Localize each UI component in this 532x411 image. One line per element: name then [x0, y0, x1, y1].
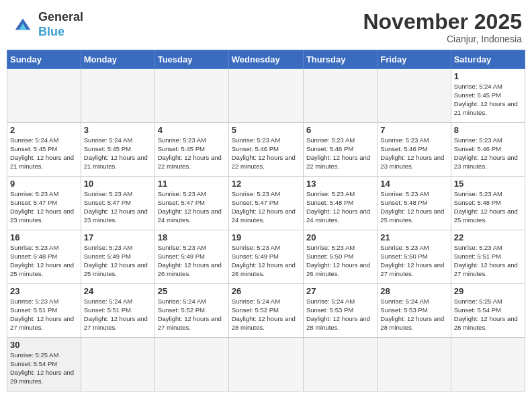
day-info: Sunrise: 5:24 AMSunset: 5:45 PMDaylight:… [454, 83, 522, 117]
day-info: Sunrise: 5:25 AMSunset: 5:54 PMDaylight:… [454, 298, 522, 332]
day-info: Sunrise: 5:23 AMSunset: 5:47 PMDaylight:… [232, 190, 300, 224]
day-number: 16 [10, 232, 78, 242]
calendar-cell [378, 69, 451, 123]
calendar-cell [228, 69, 303, 123]
day-number: 3 [84, 125, 152, 135]
day-info: Sunrise: 5:24 AMSunset: 5:53 PMDaylight:… [306, 298, 374, 332]
day-info: Sunrise: 5:23 AMSunset: 5:51 PMDaylight:… [10, 298, 78, 332]
logo-text: General Blue [38, 10, 83, 39]
day-info: Sunrise: 5:23 AMSunset: 5:51 PMDaylight:… [454, 244, 522, 278]
calendar-cell: 9Sunrise: 5:23 AMSunset: 5:47 PMDaylight… [7, 177, 81, 230]
calendar-week-1: 1Sunrise: 5:24 AMSunset: 5:45 PMDaylight… [7, 69, 525, 123]
calendar-cell [378, 338, 451, 392]
calendar-cell [154, 338, 228, 392]
day-number: 24 [84, 286, 152, 296]
day-info: Sunrise: 5:23 AMSunset: 5:48 PMDaylight:… [380, 190, 447, 224]
day-info: Sunrise: 5:24 AMSunset: 5:45 PMDaylight:… [84, 136, 152, 171]
calendar-cell: 28Sunrise: 5:24 AMSunset: 5:53 PMDayligh… [378, 284, 451, 338]
header-sunday: Sunday [7, 50, 81, 69]
day-info: Sunrise: 5:24 AMSunset: 5:45 PMDaylight:… [10, 136, 78, 171]
calendar-cell: 27Sunrise: 5:24 AMSunset: 5:53 PMDayligh… [303, 284, 377, 338]
day-info: Sunrise: 5:23 AMSunset: 5:46 PMDaylight:… [306, 136, 374, 171]
calendar-cell [451, 338, 525, 392]
day-info: Sunrise: 5:23 AMSunset: 5:46 PMDaylight:… [454, 136, 522, 171]
calendar-cell: 2Sunrise: 5:24 AMSunset: 5:45 PMDaylight… [7, 123, 81, 177]
calendar-cell: 25Sunrise: 5:24 AMSunset: 5:52 PMDayligh… [154, 284, 228, 338]
day-number: 11 [158, 179, 226, 189]
day-number: 27 [306, 286, 374, 296]
header-friday: Friday [378, 50, 451, 69]
calendar-cell: 16Sunrise: 5:23 AMSunset: 5:48 PMDayligh… [7, 230, 81, 284]
day-info: Sunrise: 5:23 AMSunset: 5:49 PMDaylight:… [158, 244, 226, 278]
day-number: 30 [10, 340, 78, 350]
header-thursday: Thursday [303, 50, 377, 69]
day-info: Sunrise: 5:23 AMSunset: 5:49 PMDaylight:… [84, 244, 152, 278]
calendar-cell: 10Sunrise: 5:23 AMSunset: 5:47 PMDayligh… [81, 177, 154, 230]
day-number: 5 [232, 125, 300, 135]
calendar-week-6: 30Sunrise: 5:25 AMSunset: 5:54 PMDayligh… [7, 338, 525, 392]
calendar-cell [228, 338, 303, 392]
day-number: 15 [454, 179, 522, 189]
day-number: 28 [380, 286, 447, 296]
day-number: 13 [306, 179, 374, 189]
calendar-cell: 14Sunrise: 5:23 AMSunset: 5:48 PMDayligh… [378, 177, 451, 230]
location: Cianjur, Indonesia [363, 34, 522, 44]
day-info: Sunrise: 5:25 AMSunset: 5:54 PMDaylight:… [10, 351, 78, 385]
calendar-week-4: 16Sunrise: 5:23 AMSunset: 5:48 PMDayligh… [7, 230, 525, 284]
calendar-cell: 19Sunrise: 5:23 AMSunset: 5:49 PMDayligh… [228, 230, 303, 284]
logo: General Blue [10, 10, 83, 39]
calendar-cell [81, 69, 154, 123]
header-wednesday: Wednesday [228, 50, 303, 69]
day-info: Sunrise: 5:24 AMSunset: 5:53 PMDaylight:… [380, 298, 447, 332]
day-number: 26 [232, 286, 300, 296]
day-info: Sunrise: 5:23 AMSunset: 5:45 PMDaylight:… [158, 136, 226, 171]
calendar-cell [303, 69, 377, 123]
calendar-cell: 4Sunrise: 5:23 AMSunset: 5:45 PMDaylight… [154, 123, 228, 177]
day-number: 12 [232, 179, 300, 189]
calendar-header-row: SundayMondayTuesdayWednesdayThursdayFrid… [7, 50, 525, 69]
calendar-cell: 5Sunrise: 5:23 AMSunset: 5:46 PMDaylight… [228, 123, 303, 177]
header-tuesday: Tuesday [154, 50, 228, 69]
day-number: 9 [10, 179, 78, 189]
day-info: Sunrise: 5:24 AMSunset: 5:51 PMDaylight:… [84, 298, 152, 332]
day-number: 14 [380, 179, 447, 189]
day-number: 6 [306, 125, 374, 135]
day-info: Sunrise: 5:23 AMSunset: 5:46 PMDaylight:… [232, 136, 300, 171]
day-number: 8 [454, 125, 522, 135]
calendar-cell: 7Sunrise: 5:23 AMSunset: 5:46 PMDaylight… [378, 123, 451, 177]
calendar-cell: 26Sunrise: 5:24 AMSunset: 5:52 PMDayligh… [228, 284, 303, 338]
day-number: 2 [10, 125, 78, 135]
day-number: 23 [10, 286, 78, 296]
day-number: 7 [380, 125, 447, 135]
day-number: 22 [454, 232, 522, 242]
day-info: Sunrise: 5:23 AMSunset: 5:48 PMDaylight:… [454, 190, 522, 224]
day-number: 4 [158, 125, 226, 135]
calendar-cell: 29Sunrise: 5:25 AMSunset: 5:54 PMDayligh… [451, 284, 525, 338]
calendar-cell: 6Sunrise: 5:23 AMSunset: 5:46 PMDaylight… [303, 123, 377, 177]
day-info: Sunrise: 5:23 AMSunset: 5:49 PMDaylight:… [232, 244, 300, 278]
day-info: Sunrise: 5:24 AMSunset: 5:52 PMDaylight:… [232, 298, 300, 332]
calendar-cell: 18Sunrise: 5:23 AMSunset: 5:49 PMDayligh… [154, 230, 228, 284]
day-number: 17 [84, 232, 152, 242]
day-number: 21 [380, 232, 447, 242]
day-info: Sunrise: 5:23 AMSunset: 5:48 PMDaylight:… [306, 190, 374, 224]
calendar-table: SundayMondayTuesdayWednesdayThursdayFrid… [7, 50, 525, 392]
calendar-cell: 3Sunrise: 5:24 AMSunset: 5:45 PMDaylight… [81, 123, 154, 177]
calendar-cell [303, 338, 377, 392]
day-info: Sunrise: 5:23 AMSunset: 5:48 PMDaylight:… [10, 244, 78, 278]
day-info: Sunrise: 5:23 AMSunset: 5:47 PMDaylight:… [158, 190, 226, 224]
calendar-cell [7, 69, 81, 123]
calendar-cell: 23Sunrise: 5:23 AMSunset: 5:51 PMDayligh… [7, 284, 81, 338]
calendar-cell: 20Sunrise: 5:23 AMSunset: 5:50 PMDayligh… [303, 230, 377, 284]
day-number: 29 [454, 286, 522, 296]
day-info: Sunrise: 5:23 AMSunset: 5:46 PMDaylight:… [380, 136, 447, 171]
day-number: 10 [84, 179, 152, 189]
day-number: 19 [232, 232, 300, 242]
day-info: Sunrise: 5:23 AMSunset: 5:47 PMDaylight:… [84, 190, 152, 224]
calendar-cell: 24Sunrise: 5:24 AMSunset: 5:51 PMDayligh… [81, 284, 154, 338]
page-header: General Blue November 2025 Cianjur, Indo… [7, 7, 525, 44]
calendar-week-3: 9Sunrise: 5:23 AMSunset: 5:47 PMDaylight… [7, 177, 525, 230]
calendar-cell: 1Sunrise: 5:24 AMSunset: 5:45 PMDaylight… [451, 69, 525, 123]
header-monday: Monday [81, 50, 154, 69]
day-number: 1 [454, 71, 522, 81]
